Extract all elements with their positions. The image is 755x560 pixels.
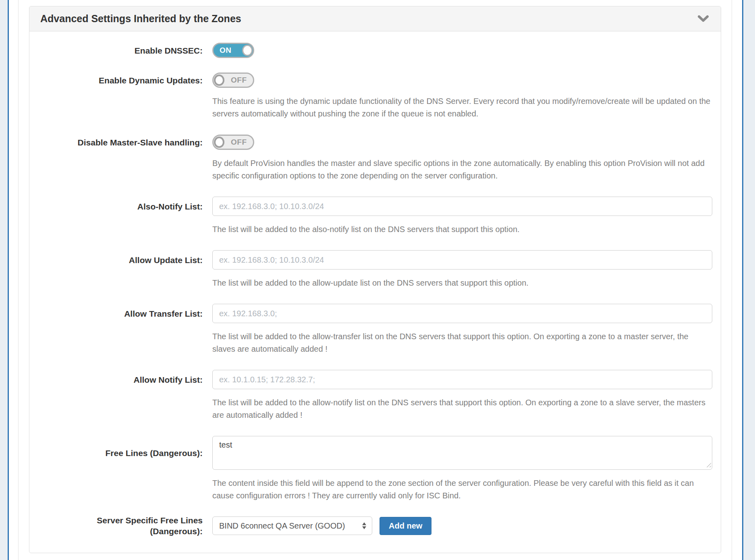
also-notify-list-control-cell: The list will be added to the also-notif… — [212, 197, 712, 236]
allow-update-list-help: The list will be added to the allow-upda… — [212, 277, 712, 289]
chevron-down-icon — [698, 15, 709, 22]
allow-update-list-control-cell: The list will be added to the allow-upda… — [212, 250, 712, 289]
collapse-button[interactable] — [698, 15, 709, 22]
free-lines-control-cell: The content inside this field will be ap… — [212, 436, 712, 502]
enable-dynamic-updates-toggle[interactable]: OFF — [212, 73, 254, 88]
toggle-knob-icon — [214, 137, 224, 148]
free-lines-textarea-wrap — [212, 436, 712, 470]
also-notify-list-help: The list will be added to the also-notif… — [212, 223, 712, 236]
enable-dnssec-control-cell: ON — [212, 43, 712, 58]
toggle-state-label: OFF — [231, 138, 247, 147]
toggle-knob-icon — [242, 45, 253, 56]
disable-master-slave-handling-control-cell: OFFBy default ProVision handles the mast… — [212, 135, 712, 182]
free-lines-label: Free Lines (Dangerous): — [29, 436, 203, 470]
allow-transfer-list-input[interactable] — [212, 304, 712, 323]
form-row: Disable Master-Slave handling:OFFBy defa… — [29, 135, 712, 182]
server-specific-free-lines-selected-value: BIND 6connect QA Server (GOOD) — [219, 521, 345, 531]
panel-header: Advanced Settings Inherited by the Zones — [29, 6, 721, 31]
enable-dnssec-label: Enable DNSSEC: — [29, 43, 203, 58]
server-specific-free-lines-label: Server Specific Free Lines (Dangerous): — [29, 516, 203, 535]
page-left-background — [0, 0, 8, 560]
page-right-background — [743, 0, 755, 560]
enable-dynamic-updates-help: This feature is using the dynamic update… — [212, 95, 712, 120]
allow-transfer-list-control-cell: The list will be added to the allow-tran… — [212, 304, 712, 355]
toggle-state-label: OFF — [231, 76, 247, 85]
allow-notify-list-input[interactable] — [212, 370, 712, 389]
form-row: Allow Notify List:The list will be added… — [29, 370, 712, 421]
enable-dynamic-updates-label: Enable Dynamic Updates: — [29, 73, 203, 88]
form-row: Server Specific Free Lines (Dangerous):B… — [29, 516, 712, 535]
free-lines-textarea[interactable] — [212, 436, 712, 470]
allow-transfer-list-help: The list will be added to the allow-tran… — [212, 330, 712, 355]
toggle-state-label: ON — [220, 46, 232, 55]
page-left-accent-border — [8, 0, 9, 560]
form-row: Enable Dynamic Updates:OFFThis feature i… — [29, 73, 712, 120]
form-row: Free Lines (Dangerous):The content insid… — [29, 436, 712, 502]
server-specific-free-lines-control-cell: BIND 6connect QA Server (GOOD)Add new — [212, 516, 712, 535]
form-row: Allow Update List:The list will be added… — [29, 250, 712, 289]
toggle-knob-icon — [214, 75, 224, 86]
add-new-button[interactable]: Add new — [380, 517, 431, 535]
server-specific-free-lines-select[interactable]: BIND 6connect QA Server (GOOD) — [212, 516, 372, 535]
enable-dynamic-updates-control-cell: OFFThis feature is using the dynamic upd… — [212, 73, 712, 120]
server-specific-free-lines-row: BIND 6connect QA Server (GOOD)Add new — [212, 516, 712, 535]
enable-dnssec-toggle[interactable]: ON — [212, 43, 254, 58]
allow-transfer-list-label: Allow Transfer List: — [29, 304, 203, 323]
disable-master-slave-handling-help: By default ProVision handles the master … — [212, 157, 712, 182]
disable-master-slave-handling-label: Disable Master-Slave handling: — [29, 135, 203, 150]
form-row: Enable DNSSEC:ON — [29, 43, 712, 58]
disable-master-slave-handling-toggle[interactable]: OFF — [212, 135, 254, 150]
form-row: Also-Notify List:The list will be added … — [29, 197, 712, 236]
allow-update-list-input[interactable] — [212, 250, 712, 270]
panel-title: Advanced Settings Inherited by the Zones — [40, 13, 241, 25]
card-left-border — [18, 0, 19, 560]
advanced-settings-panel: Advanced Settings Inherited by the Zones… — [29, 6, 721, 553]
select-stepper-icon — [362, 523, 366, 529]
free-lines-help: The content inside this field will be ap… — [212, 477, 712, 502]
form-row: Allow Transfer List:The list will be add… — [29, 304, 712, 355]
card-right-border — [732, 0, 732, 560]
allow-notify-list-label: Allow Notify List: — [29, 370, 203, 389]
allow-notify-list-control-cell: The list will be added to the allow-noti… — [212, 370, 712, 421]
also-notify-list-input[interactable] — [212, 197, 712, 216]
allow-notify-list-help: The list will be added to the allow-noti… — [212, 396, 712, 421]
panel-body: Enable DNSSEC:ONEnable Dynamic Updates:O… — [29, 31, 721, 560]
also-notify-list-label: Also-Notify List: — [29, 197, 203, 216]
allow-update-list-label: Allow Update List: — [29, 250, 203, 270]
